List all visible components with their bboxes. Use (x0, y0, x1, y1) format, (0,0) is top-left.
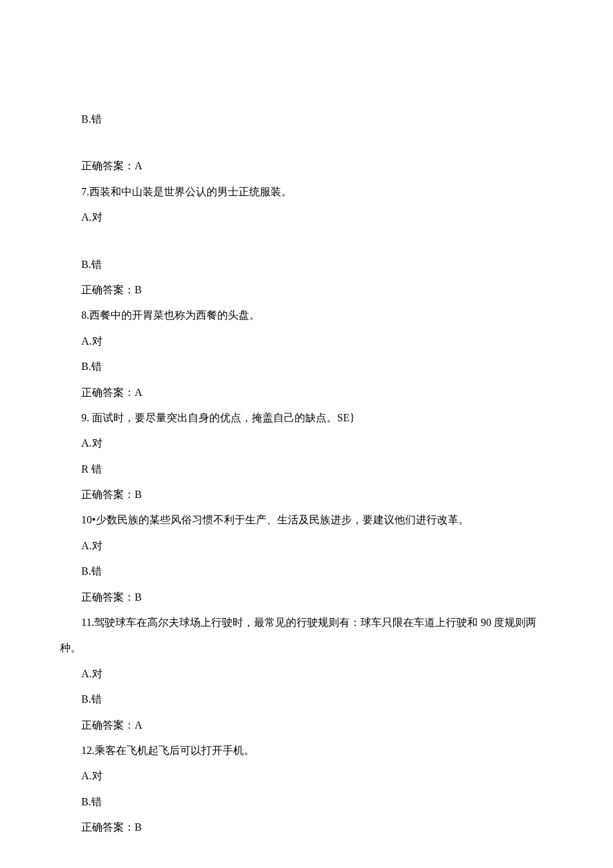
text-line: A.对 (60, 329, 553, 354)
text-line: R 错 (60, 457, 553, 482)
text-line: 11.驾驶球车在高尔夫球场上行驶时，最常见的行驶规则有：球车只限在车道上行驶和 … (60, 610, 553, 661)
text-line: B.错 (60, 107, 553, 132)
text-line: 正确答案：B (60, 815, 553, 840)
text-line: 正确答案：B (60, 482, 553, 507)
text-line: 12.乘客在飞机起飞后可以打开手机。 (60, 738, 553, 763)
text-line: 正确答案：A (60, 153, 553, 179)
text-line: 正确答案：A (60, 713, 553, 738)
text-line: A.对 (60, 661, 553, 687)
text-line: 正确答案：A (60, 380, 553, 405)
text-line: 8.西餐中的开胃菜也称为西餐的头盘。 (60, 303, 553, 328)
text-line: 正确答案：B (60, 585, 553, 610)
text-line: A.对 (60, 205, 553, 230)
text-line: 正确答案：B (60, 277, 553, 303)
text-line: A.对 (60, 763, 553, 789)
text-line: B.错 (60, 687, 553, 712)
text-line: B.错 (60, 354, 553, 379)
text-line: B.错 (60, 559, 553, 584)
text-line: A.对 (60, 431, 553, 456)
document-body: B.错正确答案：A7.西装和中山装是世界公认的男士正统服装。A.对B.错正确答案… (60, 107, 553, 841)
text-line: A.对 (60, 533, 553, 559)
text-line: B.错 (60, 789, 553, 815)
text-line: 9. 面试时，要尽量突出自身的优点，掩盖自己的缺点。SE} (60, 405, 553, 431)
text-line: 7.西装和中山装是世界公认的男士正统服装。 (60, 179, 553, 205)
text-line: 10•少数民族的某些风俗习惯不利于生产、生活及民族进步，要建议他们进行改革。 (60, 507, 553, 533)
text-line: B.错 (60, 252, 553, 277)
